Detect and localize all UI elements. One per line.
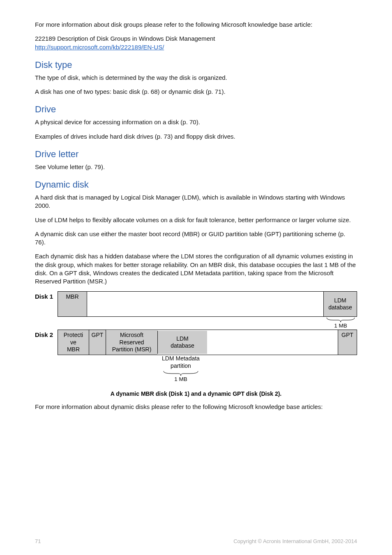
paragraph: For more information about disk groups p… [35, 21, 357, 29]
document-page: For more information about disk groups p… [0, 0, 392, 555]
paragraph: A hard disk that is managed by Logical D… [35, 193, 357, 210]
paragraph: Use of LDM helps to flexibly allocate vo… [35, 216, 357, 224]
heading-drive-letter: Drive letter [35, 149, 357, 160]
disk1-box: MBR LDM database [58, 291, 357, 317]
disk1-label: Disk 1 [35, 291, 58, 300]
spacer [88, 355, 105, 383]
paragraph: Examples of drives include hard disk dri… [35, 132, 357, 141]
cell-text: database [328, 304, 352, 311]
brace-icon [162, 370, 200, 376]
paragraph: A physical device for accessing informat… [35, 118, 357, 126]
disk2-diagram: Disk 2 Protecti ve MBR GPT Microsoft Res… [35, 330, 357, 355]
cell-text: Microsoft [120, 332, 143, 339]
disk2-box: Protecti ve MBR GPT Microsoft Reserved P… [58, 330, 357, 355]
meta-text: partition [171, 362, 191, 369]
disk2-gpt1-cell: GPT [89, 330, 106, 355]
disk2-meta-label: LDM Metadata partition 1 MB [156, 355, 205, 383]
kb-link[interactable]: http://support.microsoft.com/kb/222189/E… [35, 44, 164, 51]
heading-dynamic-disk: Dynamic disk [35, 179, 357, 190]
disk1-mbr-cell: MBR [58, 292, 87, 316]
cell-text: database [171, 342, 194, 350]
disk2-msr-cell: Microsoft Reserved Partition (MSR) [106, 330, 157, 355]
cell-text: Reserved [120, 339, 144, 346]
cell-text: LDM [334, 297, 346, 304]
disk1-size-text: 1 MB [324, 323, 357, 329]
paragraph: For more information about dynamic disks… [35, 403, 357, 411]
meta-text: LDM Metadata [162, 355, 200, 362]
cell-text: Partition (MSR) [112, 346, 152, 353]
cell-text: MBR [67, 346, 80, 353]
disk2-ldm-cell: LDM database [157, 331, 207, 354]
spacer [105, 355, 156, 383]
cell-text: GPT [341, 332, 353, 339]
cell-text: GPT [92, 332, 104, 339]
copyright-text: Copyright © Acronis International GmbH, … [233, 538, 357, 544]
heading-disk-type: Disk type [35, 60, 357, 70]
disk2-label: Disk 2 [35, 330, 58, 338]
disk2-meta-label-row: LDM Metadata partition 1 MB [58, 355, 357, 383]
brace-container: 1 MB [324, 317, 357, 329]
disk2-body: Microsoft Reserved Partition (MSR) LDM d… [106, 330, 338, 355]
paragraph: 222189 Description of Disk Groups in Win… [35, 35, 357, 51]
paragraph: A disk has one of two types: basic disk … [35, 88, 357, 96]
cell-text: MBR [66, 293, 78, 301]
paragraph: Each dynamic disk has a hidden database … [35, 252, 357, 286]
spacer [58, 355, 88, 383]
disk1-diagram: Disk 1 MBR LDM database [35, 291, 357, 317]
brace-icon [326, 317, 355, 323]
paragraph: See Volume letter (p. 79). [35, 163, 357, 171]
page-number: 71 [35, 538, 41, 544]
disk1-blank-cell [87, 292, 323, 316]
disk2-gpt2-cell: GPT [338, 330, 357, 355]
heading-drive: Drive [35, 104, 357, 115]
disk1-ldm-cell: LDM database [323, 292, 357, 316]
page-footer: 71 Copyright © Acronis International Gmb… [35, 538, 357, 544]
cell-text: Protecti [64, 332, 83, 339]
cell-text: LDM [176, 335, 189, 343]
disk2-protective-mbr-cell: Protecti ve MBR [58, 330, 89, 355]
disk2-size-text: 1 MB [156, 376, 205, 383]
figure-caption: A dynamic MBR disk (Disk 1) and a dynami… [35, 390, 357, 397]
paragraph: A dynamic disk can use either the master… [35, 230, 357, 247]
disk1-size-brace: 1 MB [58, 317, 357, 329]
paragraph: The type of disk, which is determined by… [35, 74, 357, 82]
kb-title: 222189 Description of Disk Groups in Win… [35, 35, 215, 42]
cell-text: ve [70, 339, 76, 346]
